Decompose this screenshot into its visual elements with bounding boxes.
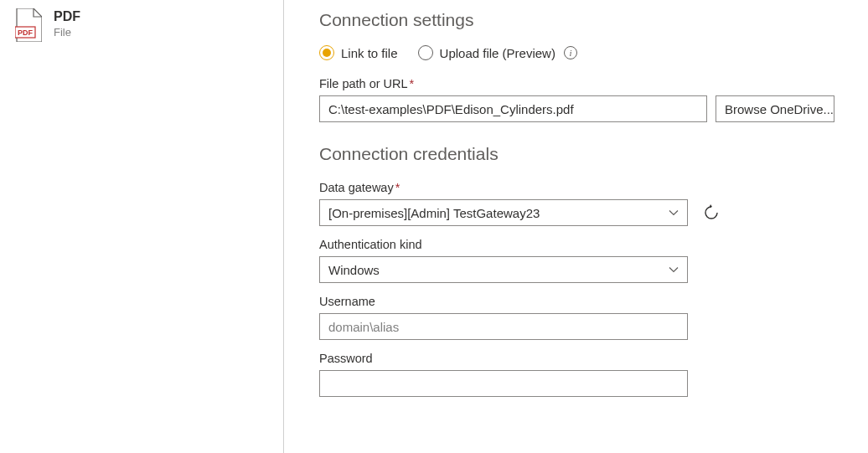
svg-text:PDF: PDF	[18, 28, 34, 37]
gateway-label: Data gateway*	[319, 181, 834, 194]
select-value: [On-premises][Admin] TestGateway23	[328, 206, 540, 220]
connector-header: PDF PDF File	[0, 0, 283, 453]
auth-kind-select[interactable]: Windows	[319, 256, 688, 283]
chevron-down-icon	[669, 265, 679, 275]
radio-link-to-file[interactable]: Link to file	[319, 45, 398, 60]
connector-title-block: PDF File	[54, 8, 80, 40]
username-label: Username	[319, 295, 834, 308]
password-label: Password	[319, 352, 834, 365]
auth-kind-label: Authentication kind	[319, 238, 834, 251]
radio-circle-icon	[319, 45, 334, 60]
gateway-select[interactable]: [On-premises][Admin] TestGateway23	[319, 199, 688, 226]
refresh-icon[interactable]	[703, 204, 720, 221]
label-text: Data gateway	[319, 181, 394, 194]
select-value: Windows	[328, 263, 380, 277]
section-heading-settings: Connection settings	[319, 10, 834, 30]
info-icon[interactable]: i	[564, 46, 577, 59]
file-path-label: File path or URL*	[319, 77, 834, 90]
radio-circle-icon	[418, 45, 433, 60]
required-asterisk: *	[395, 181, 400, 194]
username-input[interactable]	[319, 313, 688, 340]
required-asterisk: *	[410, 77, 415, 90]
settings-panel: Connection settings Link to file Upload …	[284, 0, 868, 453]
file-path-input[interactable]	[319, 95, 707, 122]
section-heading-credentials: Connection credentials	[319, 144, 834, 164]
chevron-down-icon	[669, 208, 679, 218]
radio-upload-file[interactable]: Upload file (Preview) i	[418, 45, 577, 60]
label-text: File path or URL	[319, 77, 408, 90]
password-input[interactable]	[319, 370, 688, 397]
connector-title: PDF	[54, 8, 80, 25]
pdf-file-icon: PDF	[15, 8, 42, 42]
connector-subtitle: File	[54, 25, 80, 40]
file-mode-radio-group: Link to file Upload file (Preview) i	[319, 45, 834, 60]
radio-label: Upload file (Preview)	[440, 46, 555, 60]
radio-label: Link to file	[341, 46, 398, 60]
browse-onedrive-button[interactable]: Browse OneDrive...	[716, 95, 834, 122]
